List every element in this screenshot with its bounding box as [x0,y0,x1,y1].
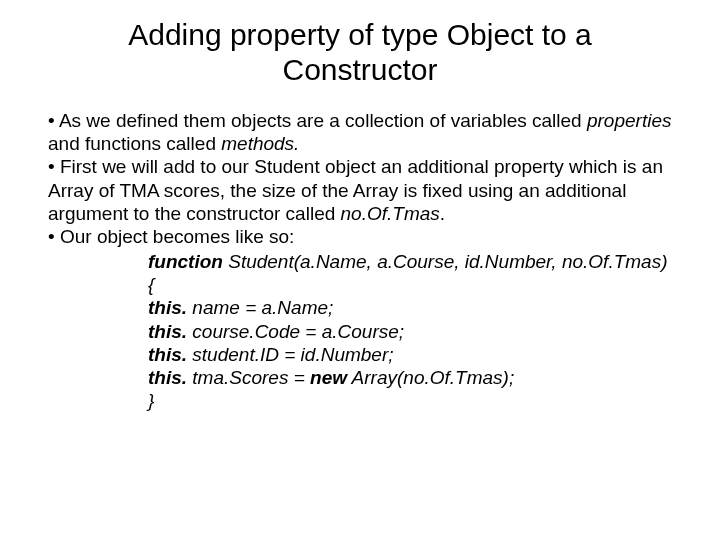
slide: Adding property of type Object to a Cons… [0,0,720,540]
code-line-1: function Student(a.Name, a.Course, id.Nu… [148,250,672,273]
code-line-3: this. name = a.Name; [148,296,672,319]
code-line-1-rest: Student(a.Name, a.Course, id.Number, no.… [223,251,668,272]
code-line-6-rest: Array(no.Of.Tmas); [347,367,514,388]
code-line-4-rest: course.Code = a.Course; [187,321,404,342]
slide-title: Adding property of type Object to a Cons… [48,18,672,87]
code-block: function Student(a.Name, a.Course, id.Nu… [48,250,672,412]
bullet-2-em-nooftmas: no.Of.Tmas [341,203,440,224]
keyword-this-3: this. [148,297,187,318]
bullet-2: • First we will add to our Student objec… [48,155,672,225]
slide-body: • As we defined them objects are a colle… [48,109,672,412]
code-line-2: { [148,273,672,296]
bullet-1: • As we defined them objects are a colle… [48,109,672,155]
bullet-1-text-mid: and functions called [48,133,221,154]
bullet-1-em-methods: methods. [221,133,299,154]
code-line-6-mid: tma.Scores = [187,367,310,388]
bullet-1-em-properties: properties [587,110,672,131]
bullet-2-text-post: . [440,203,445,224]
keyword-new: new [310,367,347,388]
code-line-5-rest: student.ID = id.Number; [187,344,393,365]
keyword-this-5: this. [148,344,187,365]
code-line-6: this. tma.Scores = new Array(no.Of.Tmas)… [148,366,672,389]
code-line-3-rest: name = a.Name; [187,297,333,318]
code-line-5: this. student.ID = id.Number; [148,343,672,366]
keyword-function: function [148,251,223,272]
code-line-7: } [148,389,672,412]
bullet-1-text-pre: • As we defined them objects are a colle… [48,110,587,131]
code-line-4: this. course.Code = a.Course; [148,320,672,343]
keyword-this-6: this. [148,367,187,388]
bullet-3-text: • Our object becomes like so: [48,226,294,247]
bullet-3: • Our object becomes like so: [48,225,672,248]
keyword-this-4: this. [148,321,187,342]
